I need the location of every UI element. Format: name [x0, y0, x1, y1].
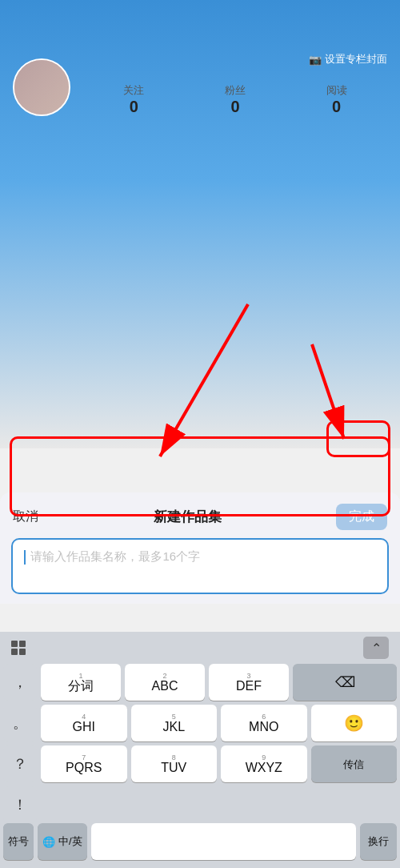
- read-stat[interactable]: 阅读 0: [286, 82, 387, 116]
- delete-icon: ⌫: [335, 673, 355, 691]
- follow-stat[interactable]: 关注 0: [83, 82, 185, 116]
- fans-stat[interactable]: 粉丝 0: [185, 82, 286, 116]
- key-def[interactable]: 3 DEF: [209, 664, 289, 701]
- return-key[interactable]: 换行: [360, 823, 397, 860]
- question-key[interactable]: ？: [3, 745, 37, 782]
- key-mno[interactable]: 6 MNO: [221, 705, 307, 741]
- key-jkl[interactable]: 5 JKL: [131, 705, 218, 741]
- key-ghi[interactable]: 4 GHI: [41, 705, 127, 741]
- key-chuanxin[interactable]: 传信: [311, 745, 398, 782]
- camera-icon: 📷: [309, 54, 322, 66]
- exclaim-key[interactable]: ！: [3, 786, 37, 823]
- read-count: 0: [286, 98, 387, 116]
- keyboard-bottom-row: 符号 🌐 中/英 换行: [0, 823, 400, 865]
- keyboard-hide-button[interactable]: ⌃: [363, 637, 389, 659]
- profile-row: 关注 0 粉丝 0 阅读 0: [13, 58, 387, 116]
- key-abc[interactable]: 2 ABC: [125, 664, 205, 701]
- camera-button[interactable]: 📷 设置专栏封面: [309, 52, 387, 66]
- kb-row-1: 1 分词 2 ABC 3 DEF ⌫: [41, 664, 397, 701]
- delete-key[interactable]: ⌫: [293, 664, 397, 701]
- modal-done-button[interactable]: 完成: [336, 504, 387, 530]
- grid-icon[interactable]: [11, 641, 26, 655]
- emoji-icon: 🙂: [344, 713, 364, 733]
- fans-count: 0: [185, 98, 286, 116]
- emoji-key[interactable]: 🙂: [311, 705, 398, 741]
- hide-keyboard-icon: ⌃: [371, 641, 382, 656]
- key-wxyz[interactable]: 9 WXYZ: [221, 745, 307, 782]
- period-key[interactable]: 。: [3, 705, 37, 741]
- read-label: 阅读: [326, 84, 347, 96]
- lang-button[interactable]: 🌐 中/英: [38, 823, 87, 860]
- space-key[interactable]: [91, 823, 356, 860]
- follow-count: 0: [83, 98, 185, 116]
- key-fenci[interactable]: 1 分词: [41, 664, 121, 701]
- kb-row-2: 4 GHI 5 JKL 6 MNO 🙂: [41, 705, 397, 741]
- globe-icon: 🌐: [42, 836, 55, 848]
- modal-input-area[interactable]: 请输入作品集名称，最多16个字: [11, 538, 389, 594]
- modal-sheet: 取消 新建作品集 完成 请输入作品集名称，最多16个字: [0, 492, 400, 604]
- keyboard-toolbar: ⌃: [0, 632, 400, 664]
- key-tuv[interactable]: 8 TUV: [131, 745, 218, 782]
- avatar[interactable]: [13, 58, 70, 116]
- keyboard-toolbar-left: [11, 641, 26, 655]
- fans-label: 粉丝: [225, 84, 246, 96]
- key-pqrs[interactable]: 7 PQRS: [41, 745, 127, 782]
- punct-column: ， 。 ？ ！: [3, 664, 37, 823]
- comma-key[interactable]: ，: [3, 664, 37, 701]
- modal-header: 取消 新建作品集 完成: [0, 492, 400, 538]
- modal-cancel-button[interactable]: 取消: [13, 508, 38, 525]
- stats-row: 关注 0 粉丝 0 阅读 0: [83, 82, 387, 116]
- symbol-button[interactable]: 符号: [3, 823, 34, 860]
- modal-title: 新建作品集: [154, 508, 222, 526]
- profile-area: 📷 设置专栏封面 关注 0 粉丝 0 阅读 0: [0, 46, 400, 116]
- keyboard-main: ， 。 ？ ！ 1 分词 2 ABC: [0, 664, 400, 823]
- alpha-keys: 1 分词 2 ABC 3 DEF ⌫ 4 GHI: [41, 664, 397, 823]
- text-cursor: [24, 550, 26, 565]
- camera-label: 设置专栏封面: [325, 52, 387, 66]
- follow-label: 关注: [123, 84, 144, 96]
- keyboard-area: ⌃ ， 。 ？ ！ 1 分词: [0, 632, 400, 868]
- kb-row-3: 7 PQRS 8 TUV 9 WXYZ 传信: [41, 745, 397, 782]
- input-placeholder: 请输入作品集名称，最多16个字: [30, 549, 200, 563]
